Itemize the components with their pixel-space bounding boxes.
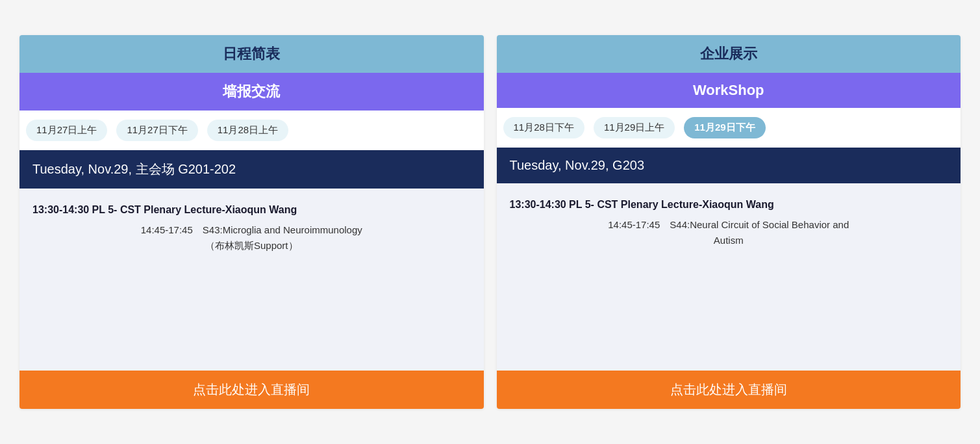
right-schedule-bold-0: 13:30-14:30 PL 5- CST Plenary Lecture-Xi… bbox=[510, 199, 948, 211]
right-date-tab-2[interactable]: 11月29日下午 bbox=[684, 117, 765, 138]
right-content-body: 13:30-14:30 PL 5- CST Plenary Lecture-Xi… bbox=[497, 183, 961, 371]
left-date-tabs: 11月27日上午 11月27日下午 11月28日上午 bbox=[19, 111, 484, 150]
left-content-header: Tuesday, Nov.29, 主会场 G201-202 bbox=[19, 150, 484, 189]
left-date-tab-0[interactable]: 11月27日上午 bbox=[26, 120, 107, 141]
right-date-tabs: 11月28日下午 11月29日上午 11月29日下午 bbox=[497, 108, 961, 148]
right-header-purple: WorkShop bbox=[497, 73, 961, 108]
right-schedule-regular-0: 14:45-17:45 S44:Neural Circuit of Social… bbox=[510, 217, 948, 248]
left-date-tab-1[interactable]: 11月27日下午 bbox=[116, 120, 197, 141]
left-schedule-bold-0: 13:30-14:30 PL 5- CST Plenary Lecture-Xi… bbox=[32, 204, 471, 216]
right-date-tab-0[interactable]: 11月28日下午 bbox=[503, 117, 584, 138]
page-wrapper: 日程简表 墙报交流 11月27日上午 11月27日下午 11月28日上午 Tue… bbox=[0, 22, 980, 422]
left-header-purple: 墙报交流 bbox=[19, 73, 484, 111]
left-content-body: 13:30-14:30 PL 5- CST Plenary Lecture-Xi… bbox=[19, 189, 484, 371]
right-date-tab-1[interactable]: 11月29日上午 bbox=[594, 117, 675, 138]
left-live-button[interactable]: 点击此处进入直播间 bbox=[19, 371, 484, 409]
right-content-header: Tuesday, Nov.29, G203 bbox=[497, 148, 961, 183]
left-schedule-regular-0: 14:45-17:45 S43:Microglia and Neuroimmun… bbox=[32, 222, 471, 254]
right-header-blue: 企业展示 bbox=[497, 35, 961, 73]
left-header-blue: 日程简表 bbox=[19, 35, 484, 73]
left-date-tab-2[interactable]: 11月28日上午 bbox=[207, 120, 288, 141]
left-panel: 日程简表 墙报交流 11月27日上午 11月27日下午 11月28日上午 Tue… bbox=[19, 35, 484, 409]
right-live-button[interactable]: 点击此处进入直播间 bbox=[497, 371, 961, 409]
right-panel: 企业展示 WorkShop 11月28日下午 11月29日上午 11月29日下午… bbox=[497, 35, 961, 409]
